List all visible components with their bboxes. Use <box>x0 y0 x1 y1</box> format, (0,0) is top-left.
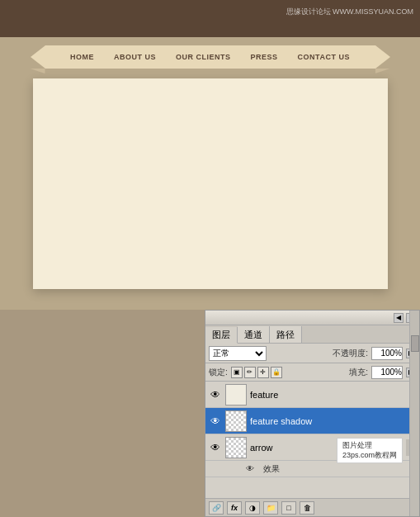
layer-list: 👁 feature 👁 feature shadow 👁 arrow 图片处理 … <box>205 382 419 481</box>
opacity-input[interactable] <box>371 347 403 360</box>
lock-fill-toolbar: 锁定: ▣ ✏ ✛ 🔒 填充: ▶ <box>205 363 419 382</box>
layers-scrollbar[interactable] <box>409 311 419 516</box>
nav-item-about[interactable]: ABOUT US <box>104 53 166 61</box>
tab-channels[interactable]: 通道 <box>238 326 270 343</box>
adjust-icon[interactable]: ◑ <box>245 501 260 515</box>
header-bar <box>0 0 420 37</box>
layer-row-feature[interactable]: 👁 feature <box>205 382 419 408</box>
canvas-area: 思缘设计论坛 WWW.MISSYUAN.COM HOME ABOUT US OU… <box>0 0 420 310</box>
watermark: 思缘设计论坛 WWW.MISSYUAN.COM <box>286 7 414 17</box>
tab-layers[interactable]: 图层 <box>205 327 238 344</box>
opacity-label: 不透明度: <box>333 348 368 359</box>
layer-name-feature: feature <box>250 390 416 400</box>
delete-layer-icon[interactable]: 🗑 <box>300 501 314 515</box>
content-card <box>33 78 388 289</box>
scroll-thumb[interactable] <box>411 335 419 352</box>
layer-row-arrow[interactable]: 👁 arrow 图片处理 23ps.com教程网 <box>205 434 419 461</box>
link-icon[interactable]: 🔗 <box>209 501 224 515</box>
tab-paths[interactable]: 路径 <box>270 326 302 343</box>
ribbon-wrapper: HOME ABOUT US OUR CLIENTS PRESS CONTACT … <box>45 45 375 70</box>
ribbon: HOME ABOUT US OUR CLIENTS PRESS CONTACT … <box>45 45 375 69</box>
effects-label: 效果 <box>263 463 280 475</box>
layer-thumb-feature <box>225 384 247 406</box>
annotation-line2: 23ps.com教程网 <box>342 451 397 461</box>
ribbon-shadow-right <box>375 69 390 74</box>
panel-titlebar: ◀ ≡ <box>205 311 419 325</box>
lock-icons: ▣ ✏ ✛ 🔒 <box>231 367 282 378</box>
nav-item-home[interactable]: HOME <box>60 53 104 61</box>
layer-name-feature-shadow: feature shadow <box>250 416 416 426</box>
layer-thumb-arrow <box>225 437 247 458</box>
layers-panel: ◀ ≡ 图层 通道 路径 正常 不透明度: ▶ 锁定: ▣ ✏ ✛ 🔒 填充: … <box>205 310 420 517</box>
fill-label: 填充: <box>349 367 368 378</box>
annotation-line1: 图片处理 <box>342 441 397 451</box>
layers-bottom-bar: 🔗 fx ◑ 📁 □ 🗑 <box>205 498 419 516</box>
nav-item-clients[interactable]: OUR CLIENTS <box>166 53 241 61</box>
navigation: HOME ABOUT US OUR CLIENTS PRESS CONTACT … <box>60 53 360 61</box>
layer-eye-arrow[interactable]: 👁 <box>209 441 222 454</box>
lock-paint-btn[interactable]: ✏ <box>244 367 256 378</box>
ribbon-shadow-left <box>31 69 45 74</box>
mode-opacity-toolbar: 正常 不透明度: ▶ <box>205 344 419 363</box>
layer-eye-feature-shadow[interactable]: 👁 <box>209 415 222 428</box>
fill-input[interactable] <box>371 366 403 379</box>
layer-eye-feature[interactable]: 👁 <box>209 388 222 401</box>
lock-all-btn[interactable]: 🔒 <box>271 367 282 378</box>
panel-collapse-btn[interactable]: ◀ <box>394 313 403 323</box>
new-layer-icon[interactable]: □ <box>281 501 296 515</box>
layer-thumb-feature-shadow <box>225 410 247 432</box>
lock-move-btn[interactable]: ✛ <box>257 367 269 378</box>
nav-item-press[interactable]: PRESS <box>241 53 288 61</box>
new-group-icon[interactable]: 📁 <box>263 501 278 515</box>
layer-row-feature-shadow[interactable]: 👁 feature shadow <box>205 408 419 434</box>
lock-label: 锁定: <box>209 367 228 378</box>
fx-icon[interactable]: fx <box>227 501 242 515</box>
layers-tabs: 图层 通道 路径 <box>205 325 419 344</box>
annotation-tooltip: 图片处理 23ps.com教程网 <box>337 438 403 463</box>
nav-item-contact[interactable]: CONTACT US <box>288 53 360 61</box>
effects-eye-icon[interactable]: 👁 <box>243 462 257 476</box>
blend-mode-select[interactable]: 正常 <box>209 346 267 361</box>
lock-transparent-btn[interactable]: ▣ <box>231 367 243 378</box>
